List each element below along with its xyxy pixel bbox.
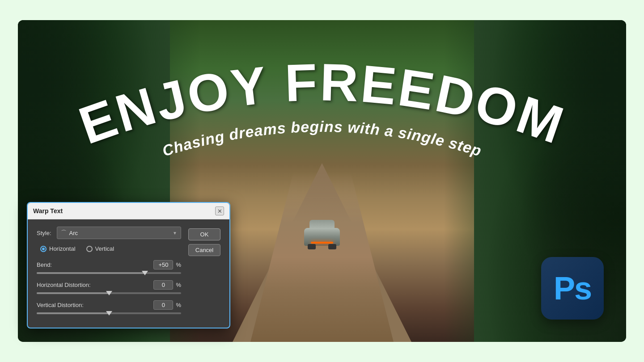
vertical-radio[interactable]: Vertical [86,245,114,252]
bend-label: Bend: [37,261,153,268]
h-distortion-label: Horizontal Distortion: [37,282,153,288]
orientation-row: Horizontal Vertical [37,245,181,252]
car-body [304,228,340,246]
dialog-controls: Style: ⌒ Arc ▼ Horizontal [37,227,181,320]
dialog-actions: OK Cancel [188,227,220,320]
chevron-down-icon: ▼ [173,231,177,236]
car [304,228,340,253]
dialog-titlebar: Warp Text ✕ [28,203,229,219]
dialog-close-button[interactable]: ✕ [215,206,224,215]
dialog-body: Style: ⌒ Arc ▼ Horizontal [28,219,229,328]
bend-pct: % [176,261,181,268]
h-distortion-slider-row: Horizontal Distortion: % [37,280,181,294]
car-lights [311,242,333,244]
h-distortion-slider-thumb[interactable] [106,291,112,295]
car-wheel-right [328,244,336,249]
style-select[interactable]: ⌒ Arc ▼ [57,227,181,239]
svg-text:ENJOY FREEDOM: ENJOY FREEDOM [72,52,572,155]
style-label: Style: [37,230,51,236]
svg-text:Chasing dreams begins with a s: Chasing dreams begins with a single step [160,118,483,160]
canvas-text-overlay: ENJOY FREEDOM Chasing dreams begins with… [18,34,626,190]
h-distortion-pct: % [176,282,181,288]
ok-button[interactable]: OK [188,228,220,240]
horizontal-radio-circle [40,246,47,252]
arc-icon: ⌒ [61,229,67,237]
cancel-button[interactable]: Cancel [188,244,220,256]
ps-icon-label: Ps [554,270,591,307]
bend-slider-fill [37,272,145,274]
bend-slider-row: Bend: % [37,260,181,274]
v-distortion-slider-row: Vertical Distortion: % [37,300,181,314]
v-distortion-pct: % [176,302,181,308]
dialog-title: Warp Text [33,207,63,215]
main-container: ENJOY FREEDOM Chasing dreams begins with… [18,20,626,342]
v-distortion-slider-fill [37,312,109,314]
v-distortion-slider-track[interactable] [37,312,181,314]
car-wheel-left [308,244,316,249]
v-distortion-slider-thumb[interactable] [106,311,112,316]
warp-text-dialog: Warp Text ✕ Style: ⌒ Arc ▼ [27,202,230,328]
vertical-label: Vertical [95,245,114,252]
vertical-radio-circle [86,246,93,252]
v-distortion-label: Vertical Distortion: [37,302,153,308]
h-distortion-value[interactable] [153,280,173,290]
v-distortion-value[interactable] [153,300,173,310]
photoshop-icon: Ps [541,257,604,320]
bend-slider-thumb[interactable] [142,271,148,275]
style-row: Style: ⌒ Arc ▼ [37,227,181,239]
horizontal-label: Horizontal [49,245,76,252]
h-distortion-slider-track[interactable] [37,292,181,294]
bend-value[interactable] [153,260,173,269]
style-value: Arc [69,230,78,236]
horizontal-radio[interactable]: Horizontal [40,245,76,252]
bend-slider-track[interactable] [37,272,181,274]
h-distortion-slider-fill [37,292,109,294]
